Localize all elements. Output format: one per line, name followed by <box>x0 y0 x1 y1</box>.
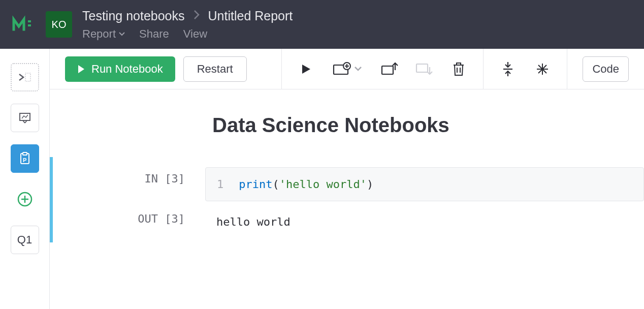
svg-rect-10 <box>382 66 393 74</box>
svg-rect-5 <box>23 152 27 155</box>
restart-button[interactable]: Restart <box>183 56 247 82</box>
cell-type-select[interactable]: Code <box>583 56 629 82</box>
svg-text:P: P <box>23 157 26 163</box>
cell-in-label: IN [3] <box>145 172 185 185</box>
svg-rect-2 <box>25 73 30 81</box>
breadcrumb: Testing notebooks Untitled Report <box>82 9 293 23</box>
sidebar-presentation-button[interactable] <box>11 104 39 132</box>
menu-share[interactable]: Share <box>139 27 169 41</box>
delete-cell-button[interactable] <box>445 56 472 82</box>
cell-up-button[interactable] <box>376 56 403 82</box>
cell-up-icon <box>381 62 398 76</box>
cell-out-label: OUT [3] <box>138 212 185 225</box>
svg-rect-1 <box>28 24 31 26</box>
run-cell-button[interactable] <box>293 56 319 82</box>
run-notebook-button[interactable]: Run Notebook <box>65 56 175 82</box>
toolbar-separator <box>567 49 567 89</box>
sidebar-query-button[interactable]: Q1 <box>11 226 39 254</box>
workspace-badge[interactable]: KO <box>46 11 72 38</box>
sidebar-report-button[interactable]: P <box>11 144 39 173</box>
app-logo[interactable] <box>10 12 36 37</box>
cell-output: hello world <box>205 201 644 232</box>
content-area: Run Notebook Restart <box>50 49 644 309</box>
play-icon <box>301 63 312 75</box>
notebook-cell[interactable]: IN [3] OUT [3] 1 print('hello world') he… <box>50 157 644 242</box>
caret-down-icon <box>119 32 125 36</box>
toolbar-separator <box>281 49 282 89</box>
report-icon: P <box>18 151 32 166</box>
add-cell-icon <box>333 62 363 76</box>
notebook-title[interactable]: Data Science Notebooks <box>50 89 644 157</box>
play-icon <box>77 65 85 74</box>
breadcrumb-current[interactable]: Untitled Report <box>208 9 293 23</box>
add-cell-button[interactable] <box>328 56 368 82</box>
top-bar: KO Testing notebooks Untitled Report Rep… <box>0 0 644 49</box>
prompt-icon <box>17 71 33 83</box>
svg-rect-11 <box>416 64 428 72</box>
breadcrumb-parent[interactable]: Testing notebooks <box>82 9 185 23</box>
toolbar-separator <box>483 49 484 89</box>
cell-down-button[interactable] <box>411 56 437 82</box>
sidebar-code-cell-button[interactable] <box>11 63 39 91</box>
notebook-area: Data Science Notebooks IN [3] OUT [3] 1 … <box>50 89 644 309</box>
header-submenu: Report Share View <box>82 27 293 41</box>
sidebar-add-button[interactable] <box>11 185 39 213</box>
chevron-right-icon <box>193 9 200 23</box>
menu-report[interactable]: Report <box>82 27 125 41</box>
menu-view[interactable]: View <box>183 27 207 41</box>
collapse-icon <box>501 61 514 77</box>
cell-down-icon <box>415 62 433 76</box>
expand-button[interactable] <box>529 56 556 82</box>
left-sidebar: P Q1 <box>0 49 50 309</box>
code-input[interactable]: 1 print('hello world') <box>205 167 644 201</box>
line-number: 1 <box>217 178 223 191</box>
sparkle-icon <box>535 62 550 76</box>
trash-icon <box>452 61 465 77</box>
svg-rect-0 <box>28 20 31 22</box>
presentation-icon <box>18 111 32 125</box>
code-content: print('hello world') <box>239 178 373 191</box>
collapse-button[interactable] <box>495 56 521 82</box>
toolbar: Run Notebook Restart <box>50 49 644 89</box>
plus-circle-icon <box>17 191 33 207</box>
